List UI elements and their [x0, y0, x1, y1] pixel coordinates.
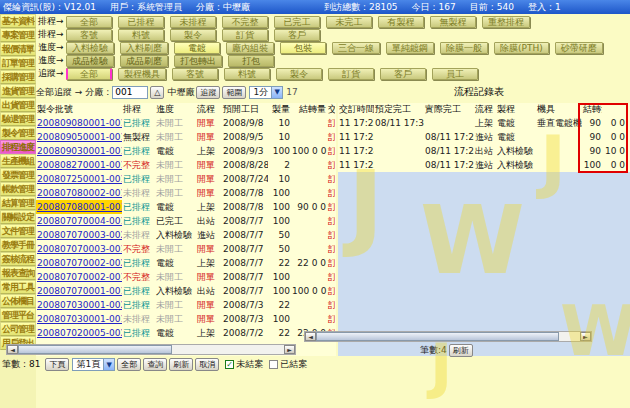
- sidebar-item-3[interactable]: 報價清單: [0, 42, 36, 56]
- toolbar-button[interactable]: 已排程: [118, 16, 164, 28]
- job-batch-link[interactable]: 200807070002-002: [36, 256, 122, 270]
- toolbar-button[interactable]: 製令: [170, 29, 216, 41]
- toolbar-button[interactable]: 料號: [118, 29, 164, 41]
- toolbar-button[interactable]: 製程機具: [118, 68, 166, 80]
- sidebar-item-5[interactable]: 採購管理: [0, 70, 36, 84]
- toolbar-button[interactable]: 打包轉出: [174, 55, 222, 67]
- branch-spin-button[interactable]: △: [150, 86, 164, 99]
- toolbar-button[interactable]: 廠內組裝: [226, 42, 274, 54]
- next-page-button[interactable]: 下頁: [45, 358, 69, 371]
- sidebar-item-6[interactable]: 進貨管理: [0, 84, 36, 98]
- toolbar-button[interactable]: 客號: [172, 68, 218, 80]
- sidebar-item-16[interactable]: 文件管理: [0, 224, 36, 238]
- job-batch-link[interactable]: 200807070003-001: [36, 242, 122, 256]
- sidebar-item-8[interactable]: 驗退管理: [0, 112, 36, 126]
- toolbar-button[interactable]: 包裝: [280, 42, 326, 54]
- toolbar-button[interactable]: 成品檢驗: [66, 55, 114, 67]
- toolbar-button[interactable]: 有製程: [378, 16, 424, 28]
- job-batch-link[interactable]: 200809080001-001: [36, 116, 122, 130]
- sidebar-item-20[interactable]: 常用工具: [0, 280, 36, 294]
- sidebar-item-13[interactable]: 帳款管理: [0, 182, 36, 196]
- toolbar-button[interactable]: 成品刷磨: [120, 55, 168, 67]
- branch-code-input[interactable]: [112, 86, 148, 99]
- job-batch-link[interactable]: 200808270001-001: [36, 158, 122, 172]
- job-batch-link[interactable]: 200809050001-001: [36, 130, 122, 144]
- record-hscrollbar[interactable]: ◄ ►: [304, 331, 592, 342]
- toolbar-button[interactable]: 單純鍍鋼: [386, 42, 434, 54]
- scroll-left-icon[interactable]: ◄: [7, 345, 18, 354]
- toolbar-button[interactable]: 未排程: [170, 16, 216, 28]
- job-flow: 出站: [196, 284, 222, 298]
- sidebar-item-9[interactable]: 製令管理: [0, 126, 36, 140]
- sidebar-item-19[interactable]: 報表查詢: [0, 266, 36, 280]
- sidebar-item-2[interactable]: 專案管理: [0, 28, 36, 42]
- sidebar-item-17[interactable]: 教學手冊: [0, 238, 36, 252]
- toolbar-button[interactable]: 員工: [432, 68, 478, 80]
- track-button[interactable]: 追蹤: [196, 86, 220, 99]
- toolbar-button[interactable]: 入料刷磨: [120, 42, 168, 54]
- cancel-button[interactable]: 取消: [195, 358, 219, 371]
- job-batch-link[interactable]: 200807030001-002: [36, 298, 122, 312]
- sidebar-item-4[interactable]: 訂單管理: [0, 56, 36, 70]
- toolbar-button[interactable]: 已完工: [274, 16, 320, 28]
- job-batch-link[interactable]: 200807030001-001: [36, 312, 122, 326]
- job-list-hscrollbar[interactable]: ◄ ►: [6, 344, 296, 355]
- range-select[interactable]: 1分 ▼: [249, 86, 283, 99]
- toolbar-button[interactable]: 訂貨: [222, 29, 268, 41]
- toolbar-button[interactable]: 除膜(PTH): [494, 42, 549, 54]
- record-refresh-button[interactable]: 刷新: [449, 344, 473, 357]
- toolbar-button[interactable]: 重整排程: [482, 16, 530, 28]
- sidebar-item-14[interactable]: 結算管理: [0, 196, 36, 210]
- job-batch-link[interactable]: 200807080002-001: [36, 186, 122, 200]
- scroll-thumb[interactable]: [316, 332, 559, 341]
- job-schedule-status: 無製程: [122, 130, 155, 144]
- toolbar-button[interactable]: 料號: [224, 68, 270, 80]
- job-batch-link[interactable]: 200807020005-002: [36, 326, 122, 340]
- refresh-button[interactable]: 刷新: [169, 358, 193, 371]
- sidebar-item-21[interactable]: 公佈欄目: [0, 294, 36, 308]
- scroll-right-icon[interactable]: ►: [580, 332, 591, 341]
- sidebar-item-23[interactable]: 公司管理: [0, 322, 36, 336]
- toolbar-button[interactable]: 全部: [66, 16, 112, 28]
- closed-cases-checkbox[interactable]: [269, 360, 278, 369]
- toolbar-button[interactable]: 砂帶研磨: [555, 42, 603, 54]
- sidebar-item-12[interactable]: 發票管理: [0, 168, 36, 182]
- sidebar-item-10[interactable]: 排程進度: [0, 140, 36, 154]
- job-batch-link[interactable]: 200807070001-001: [36, 284, 122, 298]
- job-transfer-qty: 22 0 0: [291, 256, 327, 270]
- toolbar-button[interactable]: 客號: [66, 29, 112, 41]
- toolbar-button[interactable]: 訂貨: [328, 68, 374, 80]
- toolbar-button[interactable]: 除膜一般: [440, 42, 488, 54]
- job-batch-link[interactable]: 200807070004-001: [36, 214, 122, 228]
- sidebar-item-1[interactable]: 基本資料: [0, 14, 36, 28]
- sidebar-item-22[interactable]: 管理平台: [0, 308, 36, 322]
- range-button[interactable]: 範圍: [222, 86, 246, 99]
- toolbar-button[interactable]: 客戶: [274, 29, 320, 41]
- all-button[interactable]: 全部: [117, 358, 141, 371]
- toolbar-button[interactable]: 電鍍: [174, 42, 220, 54]
- toolbar-button[interactable]: 客戶: [380, 68, 426, 80]
- scroll-thumb[interactable]: [18, 345, 172, 354]
- toolbar-button[interactable]: 製令: [276, 68, 322, 80]
- scroll-left-icon[interactable]: ◄: [305, 332, 316, 341]
- job-batch-link[interactable]: 200807070003-002: [36, 228, 122, 242]
- toolbar-button[interactable]: 入料檢驗: [66, 42, 114, 54]
- toolbar-button[interactable]: 三合一線: [332, 42, 380, 54]
- toolbar-button[interactable]: 未完工: [326, 16, 372, 28]
- toolbar-button[interactable]: 無製程: [430, 16, 476, 28]
- query-button[interactable]: 查詢: [143, 358, 167, 371]
- job-batch-link[interactable]: 200809030001-001: [36, 144, 122, 158]
- job-batch-link[interactable]: 200807250001-001: [36, 172, 122, 186]
- sidebar-item-7[interactable]: 出貨管理: [0, 98, 36, 112]
- toolbar-button[interactable]: 不完整: [222, 16, 268, 28]
- job-batch-link[interactable]: 200807070002-001: [36, 270, 122, 284]
- scroll-right-icon[interactable]: ►: [284, 345, 295, 354]
- sidebar-item-18[interactable]: 簽核流程: [0, 252, 36, 266]
- toolbar-button[interactable]: 全部: [66, 68, 112, 80]
- sidebar-item-15[interactable]: 關帳設定: [0, 210, 36, 224]
- page-select[interactable]: 第1頁 ▼: [72, 358, 115, 371]
- open-cases-checkbox[interactable]: ✓: [225, 360, 234, 369]
- toolbar-button[interactable]: 打包: [228, 55, 274, 67]
- job-batch-link[interactable]: 200807080001-001: [36, 200, 122, 214]
- sidebar-item-11[interactable]: 生產機組: [0, 154, 36, 168]
